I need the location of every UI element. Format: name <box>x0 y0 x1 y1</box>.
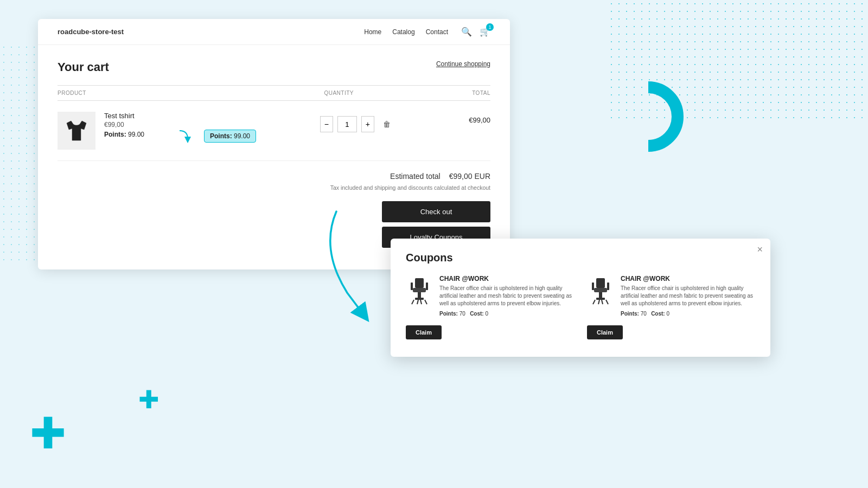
store-header: roadcube-store-test Home Catalog Contact… <box>38 19 510 45</box>
qty-increase-btn[interactable]: + <box>361 116 374 132</box>
bg-cross-large: ✚ <box>30 412 66 455</box>
item-total: €99,00 <box>413 112 490 124</box>
coupon-meta-1: Points: 70 Cost: 0 <box>439 311 574 317</box>
cart-content: Your cart Continue shopping PRODUCT QUAN… <box>38 45 510 248</box>
table-header: PRODUCT QUANTITY TOTAL <box>58 85 490 101</box>
svg-rect-0 <box>415 278 424 288</box>
coupon-details-1: CHAIR @WORK The Racer office chair is up… <box>439 275 574 317</box>
svg-rect-1 <box>413 288 426 292</box>
coupon-points-value-2: 70 <box>641 311 647 317</box>
coupon-points-label-2: Points: <box>621 311 639 317</box>
qty-input[interactable] <box>337 116 357 132</box>
coupon-cost-value-1: 0 <box>485 311 488 317</box>
chair-icon-2 <box>590 277 611 305</box>
svg-rect-13 <box>596 298 605 300</box>
claim-button-2[interactable]: Claim <box>587 325 623 339</box>
col-product-header: PRODUCT <box>58 90 274 96</box>
cart-icon[interactable]: 🛒 1 <box>480 27 490 37</box>
coupons-grid: CHAIR @WORK The Racer office chair is up… <box>406 275 755 339</box>
svg-line-14 <box>593 300 595 304</box>
totals-section: Estimated total €99,00 EUR Tax included … <box>58 161 490 248</box>
tax-note: Tax included and shipping and discounts … <box>58 184 490 192</box>
page-title: Your cart <box>58 60 109 74</box>
svg-rect-3 <box>415 298 424 300</box>
svg-line-7 <box>420 300 422 304</box>
estimated-total-row: Estimated total €99,00 EUR <box>58 172 490 181</box>
estimated-total-label: Estimated total <box>390 172 441 181</box>
points-tooltip-wrapper: Points: 99.00 <box>177 128 256 144</box>
tshirt-icon <box>63 118 90 144</box>
coupon-name-1: CHAIR @WORK <box>439 275 574 282</box>
coupon-points-label-1: Points: <box>439 311 458 317</box>
svg-rect-19 <box>607 282 609 290</box>
header-icons: 🔍 🛒 1 <box>461 27 490 37</box>
item-image <box>58 112 95 150</box>
nav-contact[interactable]: Contact <box>426 28 448 36</box>
coupon-inner-2: CHAIR @WORK The Racer office chair is up… <box>587 275 755 317</box>
svg-line-15 <box>606 300 608 304</box>
coupon-meta-2: Points: 70 Cost: 0 <box>621 311 755 317</box>
svg-line-5 <box>425 300 427 304</box>
col-quantity-header: QUANTITY <box>274 90 404 96</box>
item-points-value: 99.00 <box>128 131 144 138</box>
coupon-card-1: CHAIR @WORK The Racer office chair is up… <box>406 275 574 339</box>
coupon-cost-label-2: Cost: <box>651 311 665 317</box>
modal-close-button[interactable]: × <box>757 244 763 255</box>
coupon-image-2 <box>587 275 614 307</box>
item-price: €99,00 <box>104 121 297 129</box>
svg-rect-9 <box>426 282 428 290</box>
estimated-total-value: €99,00 EUR <box>449 172 490 181</box>
delete-item-btn[interactable]: 🗑 <box>383 120 391 129</box>
store-logo: roadcube-store-test <box>58 28 124 36</box>
qty-decrease-btn[interactable]: − <box>320 116 333 132</box>
tooltip-label: Points: <box>210 132 232 140</box>
claim-button-1[interactable]: Claim <box>406 325 442 339</box>
svg-line-17 <box>602 300 603 304</box>
coupon-name-2: CHAIR @WORK <box>621 275 755 282</box>
coupon-cost-value-2: 0 <box>666 311 669 317</box>
item-points-label-text: Points: <box>104 131 126 138</box>
tooltip-value: 99.00 <box>234 132 250 140</box>
bg-cross-small: ✚ <box>138 387 159 412</box>
checkout-button[interactable]: Check out <box>382 201 490 222</box>
coupons-modal: × Coupons <box>391 239 770 357</box>
cart-item: Test tshirt €99,00 Points: 99.00 <box>58 101 490 161</box>
points-tooltip: Points: 99.00 <box>204 130 256 143</box>
nav-catalog[interactable]: Catalog <box>392 28 414 36</box>
coupon-details-2: CHAIR @WORK The Racer office chair is up… <box>621 275 755 317</box>
cart-badge: 1 <box>486 23 494 31</box>
svg-rect-8 <box>411 282 413 290</box>
cart-window: roadcube-store-test Home Catalog Contact… <box>38 19 510 269</box>
nav-links: Home Catalog Contact <box>364 28 448 36</box>
item-name: Test tshirt <box>104 112 297 120</box>
nav-home[interactable]: Home <box>364 28 381 36</box>
coupon-points-value-1: 70 <box>459 311 465 317</box>
coupon-desc-1: The Racer office chair is upholstered in… <box>439 285 574 307</box>
chair-icon-1 <box>409 277 430 305</box>
coupon-image-1 <box>406 275 433 307</box>
col-total-header: TOTAL <box>404 90 490 96</box>
svg-rect-11 <box>594 288 607 292</box>
coupon-cost-label-1: Cost: <box>470 311 484 317</box>
coupon-inner-1: CHAIR @WORK The Racer office chair is up… <box>406 275 574 317</box>
points-arrow-svg <box>177 128 204 144</box>
continue-shopping-link[interactable]: Continue shopping <box>436 60 490 68</box>
svg-line-6 <box>417 300 418 304</box>
svg-rect-10 <box>596 278 605 288</box>
coupon-desc-2: The Racer office chair is upholstered in… <box>621 285 755 307</box>
svg-rect-18 <box>592 282 594 290</box>
svg-line-16 <box>598 300 599 304</box>
search-icon[interactable]: 🔍 <box>461 27 472 37</box>
item-info: Test tshirt €99,00 Points: 99.00 <box>104 112 297 138</box>
modal-title: Coupons <box>406 252 755 264</box>
bg-dots-top-right <box>608 0 868 119</box>
coupon-card-2: CHAIR @WORK The Racer office chair is up… <box>587 275 755 339</box>
svg-line-4 <box>412 300 414 304</box>
quantity-col: − + 🗑 <box>297 116 413 132</box>
